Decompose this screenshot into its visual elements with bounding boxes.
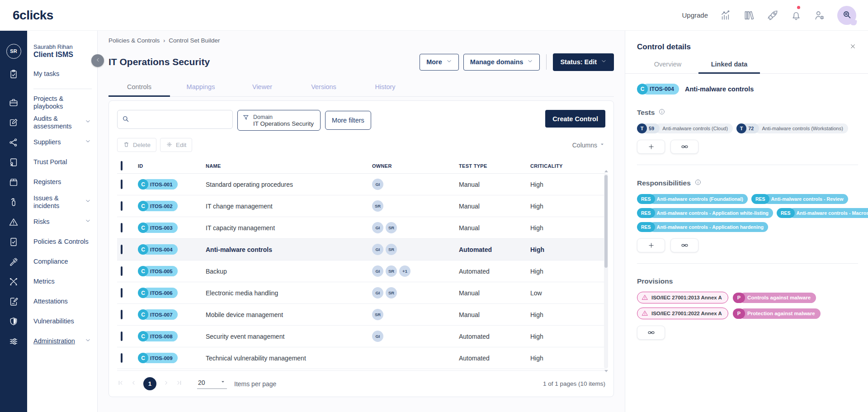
sidebar-item-attestations[interactable]: Attestations bbox=[0, 292, 97, 312]
test-chip[interactable]: T59Anti-malware controls (Cloud) bbox=[637, 123, 733, 133]
last-page-button[interactable] bbox=[176, 379, 183, 388]
table-row[interactable]: CITOS-008Security event managementGIAuto… bbox=[117, 326, 605, 347]
table-row[interactable]: CITOS-006Electronic media handlingGISRMa… bbox=[117, 282, 605, 304]
edit-button[interactable]: Edit bbox=[160, 138, 192, 152]
analytics-icon[interactable] bbox=[720, 9, 731, 21]
row-checkbox[interactable] bbox=[121, 331, 123, 341]
responsibility-chip[interactable]: RESAnti-malware controls - Macros bbox=[777, 208, 868, 218]
create-control-button[interactable]: Create Control bbox=[545, 110, 605, 128]
info-icon[interactable] bbox=[658, 108, 665, 117]
bell-icon[interactable] bbox=[790, 9, 802, 21]
column-header-name[interactable]: NAME bbox=[206, 163, 372, 169]
responsibility-chip[interactable]: RESAnti-malware controls - Application h… bbox=[637, 222, 768, 232]
provision-standard-pill[interactable]: ISO/IEC 27001:2022 Annex A bbox=[637, 308, 728, 319]
row-checkbox[interactable] bbox=[121, 266, 123, 276]
owner-avatar[interactable]: SR bbox=[372, 200, 383, 212]
select-all-checkbox[interactable] bbox=[121, 161, 123, 170]
scrollbar-thumb[interactable] bbox=[604, 175, 608, 268]
info-icon[interactable] bbox=[694, 179, 702, 188]
more-filters-button[interactable]: More filters bbox=[325, 111, 371, 130]
owner-avatar[interactable]: GI bbox=[372, 265, 383, 277]
page-size-select[interactable]: 20 bbox=[197, 379, 227, 389]
sidebar-item-issues-incidents[interactable]: Issues & incidents bbox=[0, 192, 97, 212]
previous-page-button[interactable] bbox=[130, 379, 137, 388]
column-header-test-type[interactable]: TEST TYPE bbox=[459, 163, 530, 169]
sidebar-item-trust-portal[interactable]: Trust Portal bbox=[0, 152, 97, 172]
column-header-owner[interactable]: OWNER bbox=[372, 163, 459, 169]
table-row[interactable]: CITOS-005BackupGISR+1AutomatedHigh bbox=[117, 260, 605, 282]
sidebar-item-metrics[interactable]: Metrics bbox=[0, 272, 97, 292]
owner-avatar[interactable]: SR bbox=[386, 287, 397, 298]
column-header-criticality[interactable]: CRITICALITY bbox=[530, 163, 605, 169]
responsibility-chip[interactable]: RESAnti-malware controls (Foundational) bbox=[637, 194, 748, 204]
responsibility-chip[interactable]: RESAnti-malware controls - Review bbox=[751, 194, 848, 204]
scroll-up-arrow[interactable] bbox=[604, 170, 608, 172]
test-chip[interactable]: T72Anti-malware controls (Workstations) bbox=[736, 123, 848, 133]
provision-standard-pill[interactable]: ISO/IEC 27001:2013 Annex A bbox=[637, 292, 728, 303]
scroll-down-arrow[interactable] bbox=[604, 370, 608, 372]
panel-tab-linked-data[interactable]: Linked data bbox=[698, 56, 760, 73]
table-row[interactable]: CITOS-001Standard operating proceduresGI… bbox=[117, 174, 605, 195]
add-test-button[interactable] bbox=[637, 140, 665, 154]
owner-avatar[interactable]: GI bbox=[372, 287, 383, 298]
owner-avatar[interactable]: SR bbox=[372, 309, 383, 320]
row-checkbox[interactable] bbox=[121, 353, 123, 363]
table-row[interactable]: CITOS-007Mobile device managementSRManua… bbox=[117, 304, 605, 326]
responsibility-chip[interactable]: RESAnti-malware controls - Application w… bbox=[637, 208, 773, 218]
link-test-button[interactable] bbox=[670, 140, 698, 154]
tab-controls[interactable]: Controls bbox=[108, 78, 170, 96]
table-row[interactable]: CITOS-002IT change managementSRManualHig… bbox=[117, 195, 605, 217]
add-responsibility-button[interactable] bbox=[637, 238, 665, 252]
table-row[interactable]: CITOS-004Anti-malware controlsGISRAutoma… bbox=[117, 239, 605, 260]
sidebar-item-vulnerabilities[interactable]: Vulnerabilities bbox=[0, 312, 97, 331]
first-page-button[interactable] bbox=[117, 379, 124, 388]
ai-assistant-avatar[interactable] bbox=[837, 6, 856, 25]
table-row[interactable]: CITOS-009Technical vulnerability managem… bbox=[117, 347, 605, 369]
row-checkbox[interactable] bbox=[121, 180, 123, 189]
user-avatar[interactable]: SR bbox=[6, 44, 21, 59]
table-scrollbar[interactable] bbox=[604, 174, 608, 369]
sidebar-collapse-button[interactable] bbox=[91, 54, 104, 67]
owner-avatar[interactable]: SR bbox=[386, 265, 397, 277]
row-checkbox[interactable] bbox=[121, 245, 123, 254]
sidebar-item-audits-assessments[interactable]: Audits & assessments bbox=[0, 113, 97, 133]
owner-overflow-badge[interactable]: +1 bbox=[399, 265, 410, 277]
row-checkbox[interactable] bbox=[121, 223, 123, 232]
owner-avatar[interactable]: SR bbox=[386, 244, 397, 255]
owner-avatar[interactable]: GI bbox=[372, 244, 383, 255]
sidebar-item-policies-controls[interactable]: Policies & Controls bbox=[0, 232, 97, 252]
column-header-id[interactable]: ID bbox=[138, 163, 206, 169]
breadcrumb-policies-controls[interactable]: Policies & Controls bbox=[108, 37, 160, 44]
status-edit-button[interactable]: Status: Edit bbox=[553, 53, 614, 71]
sidebar-item-registers[interactable]: Registers bbox=[0, 172, 97, 192]
table-row[interactable]: CITOS-003IT capacity managementGISRManua… bbox=[117, 217, 605, 239]
search-input[interactable] bbox=[117, 110, 233, 129]
user-gear-icon[interactable] bbox=[814, 9, 826, 21]
owner-avatar[interactable]: SR bbox=[386, 222, 397, 233]
provision-chip[interactable]: PControls against malware bbox=[733, 293, 816, 303]
library-icon[interactable] bbox=[743, 9, 755, 21]
provision-chip[interactable]: PProtection against malware bbox=[733, 308, 821, 319]
row-checkbox[interactable] bbox=[121, 310, 123, 319]
sidebar-item-compliance[interactable]: Compliance bbox=[0, 252, 97, 272]
rocket-icon[interactable] bbox=[767, 9, 778, 21]
sidebar-item-my-tasks[interactable]: My tasks bbox=[0, 64, 97, 84]
owner-avatar[interactable]: GI bbox=[372, 222, 383, 233]
next-page-button[interactable] bbox=[163, 379, 170, 388]
tab-viewer[interactable]: Viewer bbox=[231, 78, 293, 96]
breadcrumb-control-set-builder[interactable]: Control Set Builder bbox=[169, 37, 220, 44]
link-provision-button[interactable] bbox=[637, 326, 665, 340]
delete-button[interactable]: Delete bbox=[117, 138, 156, 152]
row-checkbox[interactable] bbox=[121, 288, 123, 298]
manage-domains-button[interactable]: Manage domains bbox=[463, 54, 540, 71]
sidebar-item-risks[interactable]: Risks bbox=[0, 212, 97, 232]
brand-logo[interactable]: 6clicks bbox=[13, 8, 53, 23]
close-icon[interactable] bbox=[849, 43, 856, 52]
row-checkbox[interactable] bbox=[121, 201, 123, 211]
panel-tab-overview[interactable]: Overview bbox=[637, 56, 698, 73]
sidebar-item-suppliers[interactable]: Suppliers bbox=[0, 133, 97, 152]
more-button[interactable]: More bbox=[420, 54, 459, 71]
sidebar-user-row[interactable]: SR Saurabh Rihan Client ISMS bbox=[0, 38, 97, 64]
owner-avatar[interactable]: GI bbox=[372, 331, 383, 342]
tab-versions[interactable]: Versions bbox=[293, 78, 354, 96]
